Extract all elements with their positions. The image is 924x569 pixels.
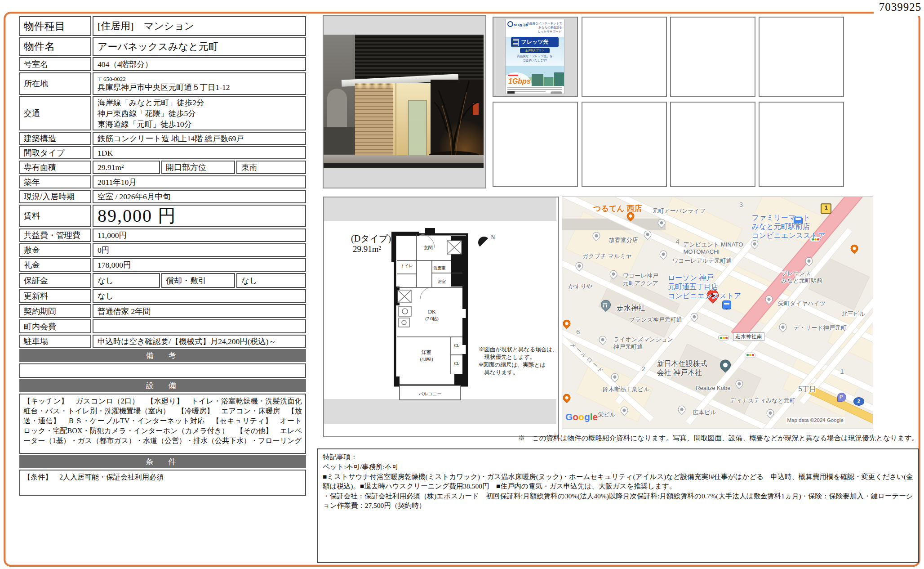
field-label: 賃料 [19,205,91,227]
field-label: 所在地 [19,72,91,95]
table-row: 敷金0円 [19,243,306,257]
notes-line: 特記事項： [323,452,914,461]
flyer-bottom-badge [507,91,515,94]
field-value [93,319,306,333]
map-label: 3 [739,201,743,209]
restaurant-pin-icon [563,320,571,327]
field-value: なし [93,273,160,288]
field-value: 2011年10月 [93,175,306,188]
map-label: ファミリーマート みなと元町駅前店 コンビニエンスストア [752,213,826,240]
svg-text:CL: CL [454,361,459,366]
shrine-pin-icon [601,300,611,310]
map-label: 広本ビル [693,409,716,416]
table-row: 更新料なし [19,289,306,303]
floorplan: (Dタイプ) 29.91m² ※図面が現状と異なる場合は、 現状優先とします。 … [323,197,559,437]
field-label: 契約期間 [19,304,91,318]
field-value: 11,000円 [93,228,306,242]
poi-pin-icon [576,262,583,269]
traffic-signal-icon [745,353,755,358]
field-value: 0円 [93,243,306,257]
svg-text:(7.0帖): (7.0帖) [425,316,438,322]
flyer-fineprint-red [508,75,518,76]
notes-line: ペット:不可/事務所:不可 [323,462,914,471]
map-label: ブランズ神戸元町通 [629,316,682,323]
flyer-slot: NTT西日本 高品質なインターネットで あなたの新生活を しっかりサポート! フ… [493,17,578,97]
photo-slot-empty [759,17,844,97]
traffic-signal-icon [718,335,729,341]
convenience-store-pin-icon [722,300,731,309]
floorplan-drawing: N 玄関 トイレ 洗面室 浴室 DK (7.0帖) 洋室 (4.0帖) CL C… [324,197,556,435]
property-table: 物件種目[住居用] マンション物件名アーバネックスみなと元町号室名404（4階部… [18,15,307,497]
map-label: 栄ビル [598,411,616,418]
field-value: 海岸線「みなと元町」徒歩2分 神戸東西線「花隈」徒歩5分 東海道線「元町」徒歩1… [93,96,306,130]
field-label: 町内会費 [19,319,91,333]
field-label: 保証金 [19,273,91,288]
field-value: 申込時は空き確認要/【機械式】月24,200円(税込)～ [93,335,306,348]
table-row: 所在地〒650-0022兵庫県神戸市中央区元町通５丁目1-12 [19,72,306,95]
poi-pin-icon [805,257,813,265]
map-label: アンビエント MINATO MOTOMACHI [683,241,743,256]
notes-line: ■ミストサウナ付浴室暖房乾燥機(ミストカワック)・ガス温水床暖房(ヌック)・ホー… [323,472,914,491]
field-label: 号室名 [19,57,91,71]
poi-pin-icon [658,219,666,227]
building-icon [513,39,519,46]
poi-pin-icon [610,270,617,278]
map-label: ローソン 神戸 元町通五丁目店 コンビニエンスストア [668,273,742,300]
flyer-fineprint [506,86,564,94]
ntt-mark-icon [507,21,513,27]
poi-pin-icon [644,231,652,238]
property-sheet: 7039925 物件種目[住居用] マンション物件名アーバネックスみなと元町号室… [0,0,924,569]
poi-pin-icon [751,240,759,247]
table-row [19,363,306,378]
table-row: 【条件】 2人入居可能・保証会社利用必須 [19,470,306,496]
table-row: 交通海岸線「みなと元町」徒歩2分 神戸東西線「花隈」徒歩5分 東海道線「元町」徒… [19,96,306,130]
poi-pin-icon [735,380,743,388]
flyer-photo: 1Gbps [506,66,564,86]
map-label: 1 [840,367,844,376]
photo-slot-empty [582,17,667,97]
field-label: 共益費・管理費 [19,228,91,242]
field-value: 鉄筋コンクリート造 地上14階 総戸数69戸 [93,132,306,145]
table-row: 【キッチン】 ガスコンロ（2口） 【水廻り】 トイレ・浴室乾燥機・洗髪洗面化粧台… [19,394,306,454]
poi-pin-icon [690,313,698,321]
disclaimer-line: ※ この資料は物件の概略紹介資料になります。写真、間取図面、設備、概要などが現況… [518,434,919,443]
table-row: 間取タイプ1DK [19,146,306,159]
google-logo: Google [565,411,598,423]
address-line: 兵庫県神戸市中央区元町通５丁目1-12 [98,82,305,92]
map-label: ライオンズマンション 神戸元町通 [613,336,673,351]
field-value: 178,000円 [93,258,306,272]
photo-slot-empty [670,17,755,97]
table-row: 備 考 [19,349,306,362]
table-row: 号室名404（4階部分） [19,57,306,71]
map-label: プレサンス みなと元町駅前 [781,270,822,285]
poi-pin-icon [621,407,628,414]
table-row: 町内会費 [19,319,306,333]
field-label: 物件種目 [19,16,91,36]
map-label: 放香堂分店 [609,237,638,244]
table-row: 礼金178,000円 [19,258,306,272]
field-value: 89,000 円 [93,205,306,227]
map-label: Realize Kobe [696,385,730,392]
special-notes-box: 特記事項：ペット:不可/事務所:不可■ミストサウナ付浴室暖房乾燥機(ミストカワッ… [317,448,919,563]
section-header: 条 件 [19,455,306,468]
field-value: 〒650-0022兵庫県神戸市中央区元町通５丁目1-12 [93,72,306,95]
field-label: 償却・敷引 [161,273,235,288]
restaurant-pin-icon [563,394,571,402]
svg-text:浴室: 浴室 [438,279,446,284]
photo-slot-empty [582,102,667,187]
photo-slot-empty [493,102,578,187]
map-label: 元町アーバンライフ [652,207,706,215]
field-value: 1DK [93,146,306,159]
map-label: 4 [675,237,679,246]
location-map: つるてん 西店元町アーバンライフ3ファミリーマート みなと元町駅前店 コンビニエ… [562,197,873,429]
field-label: 開口部方位 [161,161,235,174]
table-row: 物件名アーバネックスみなと元町 [19,37,306,56]
field-label: 物件名 [19,37,91,56]
svg-text:洗面室: 洗面室 [434,266,446,270]
svg-text:洋室: 洋室 [421,349,431,355]
table-row: 現況/入居時期空室 / 2026年6月中旬 [19,190,306,203]
internet-flyer: NTT西日本 高品質なインターネットで あなたの新生活を しっかりサポート! フ… [505,19,564,94]
map-label: 栄町ダイヤハイツ [778,300,826,307]
photo-slot-empty [759,102,844,187]
flyer-plan-badge: 全戸加入プラン [520,48,550,53]
